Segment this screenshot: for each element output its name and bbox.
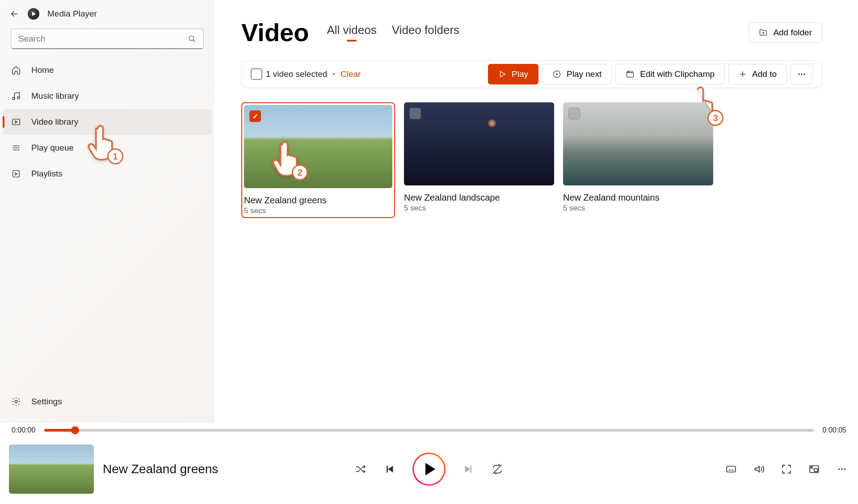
shuffle-button[interactable] (353, 462, 368, 476)
queue-icon (11, 143, 21, 153)
svg-line-6 (193, 40, 195, 42)
playlist-icon (11, 168, 21, 179)
edit-clipchamp-button[interactable]: Edit with Clipchamp (615, 64, 725, 84)
tab-label: Video folders (392, 23, 459, 37)
back-button[interactable] (9, 8, 20, 19)
search-input[interactable] (18, 34, 188, 44)
video-thumbnail[interactable] (563, 102, 713, 185)
mini-player-button[interactable] (807, 462, 821, 476)
video-card[interactable]: New Zealand mountains 5 secs (563, 102, 713, 218)
video-checkbox[interactable] (249, 110, 261, 122)
add-to-button[interactable]: Add to (728, 64, 787, 84)
video-card[interactable]: New Zealand greens 5 secs (241, 102, 395, 218)
video-thumbnail[interactable] (244, 105, 392, 188)
video-title: New Zealand landscape (404, 193, 554, 203)
volume-button[interactable] (752, 462, 766, 476)
sidebar-item-label: Video library (31, 117, 78, 127)
seek-knob[interactable] (71, 426, 79, 434)
video-icon (11, 117, 21, 127)
svg-point-23 (803, 73, 805, 75)
video-grid: New Zealand greens 5 secs New Zealand la… (241, 102, 822, 218)
gear-icon (11, 396, 21, 407)
svg-rect-18 (627, 73, 634, 77)
tabs: All videos Video folders (327, 23, 459, 42)
svg-rect-27 (727, 466, 736, 472)
svg-point-22 (801, 73, 802, 75)
fullscreen-button[interactable] (779, 462, 794, 476)
video-title: New Zealand mountains (563, 193, 713, 203)
search-box[interactable] (11, 29, 204, 49)
more-icon (797, 70, 806, 79)
svg-point-21 (799, 73, 800, 75)
edit-label: Edit with Clipchamp (640, 69, 715, 79)
more-button[interactable] (835, 462, 849, 476)
sidebar-item-label: Music library (31, 91, 79, 101)
seek-slider[interactable] (44, 429, 813, 432)
svg-point-14 (15, 400, 17, 403)
clapperboard-icon (626, 70, 635, 79)
right-controls (724, 462, 849, 476)
previous-button[interactable] (383, 462, 397, 476)
video-card[interactable]: New Zealand landscape 5 secs (404, 102, 554, 218)
svg-point-33 (841, 468, 843, 470)
total-time: 0:00:05 (823, 426, 846, 434)
sidebar-item-play-queue[interactable]: Play queue (3, 135, 212, 161)
svg-rect-9 (13, 119, 20, 125)
video-thumbnail[interactable] (404, 102, 554, 185)
video-checkbox[interactable] (568, 108, 580, 119)
selection-bar: 1 video selected • Clear Play Play next … (241, 60, 822, 88)
playback-bar: 0:00:00 0:00:05 New Zealand greens (0, 423, 858, 504)
sidebar-item-music[interactable]: Music library (3, 83, 212, 109)
plus-icon (739, 70, 747, 78)
separator-dot: • (332, 70, 335, 78)
repeat-button[interactable] (490, 462, 505, 476)
sidebar-item-settings[interactable]: Settings (3, 389, 212, 415)
app-logo-icon (28, 8, 39, 20)
select-all-checkbox[interactable] (251, 68, 262, 80)
tab-all-videos[interactable]: All videos (327, 23, 376, 42)
sidebar-item-label: Playlists (31, 169, 63, 179)
play-label: Play (512, 69, 528, 79)
main-content: Video All videos Video folders Add folde… (214, 0, 858, 423)
next-button[interactable] (461, 462, 475, 476)
more-options-button[interactable] (791, 64, 813, 84)
play-next-button[interactable]: Play next (542, 64, 612, 84)
captions-button[interactable] (724, 462, 738, 476)
play-button[interactable]: Play (488, 64, 538, 84)
add-to-label: Add to (752, 69, 777, 79)
video-title: New Zealand greens (244, 195, 392, 206)
search-icon (188, 35, 196, 43)
app-title: Media Player (47, 9, 97, 19)
page-title: Video (241, 18, 309, 47)
svg-point-5 (189, 36, 194, 41)
sidebar-item-home[interactable]: Home (3, 57, 212, 83)
now-playing-thumbnail[interactable] (9, 445, 94, 494)
sidebar: Media Player Home Music library Video li… (0, 0, 214, 423)
selection-count: 1 video selected (266, 69, 327, 79)
svg-rect-31 (814, 469, 818, 472)
play-next-icon (552, 70, 561, 79)
video-duration: 5 secs (404, 204, 554, 213)
add-folder-label: Add folder (773, 28, 812, 38)
video-duration: 5 secs (563, 204, 713, 213)
folder-add-icon (759, 28, 768, 37)
sidebar-item-playlists[interactable]: Playlists (3, 161, 212, 187)
sidebar-item-video-library[interactable]: Video library (3, 109, 212, 135)
play-next-label: Play next (567, 69, 601, 79)
music-icon (11, 91, 21, 101)
nav: Home Music library Video library Play qu… (0, 57, 214, 187)
center-controls (353, 453, 505, 486)
svg-point-34 (844, 468, 846, 470)
svg-point-8 (17, 97, 20, 99)
home-icon (11, 65, 21, 76)
now-playing-title: New Zealand greens (103, 462, 218, 476)
video-duration: 5 secs (244, 206, 392, 215)
current-time: 0:00:00 (12, 426, 35, 434)
play-icon (498, 70, 506, 78)
clear-selection-link[interactable]: Clear (341, 69, 361, 79)
tab-label: All videos (327, 23, 376, 37)
play-pause-button[interactable] (412, 453, 446, 486)
video-checkbox[interactable] (409, 108, 421, 119)
tab-video-folders[interactable]: Video folders (392, 23, 459, 42)
add-folder-button[interactable]: Add folder (749, 22, 822, 43)
